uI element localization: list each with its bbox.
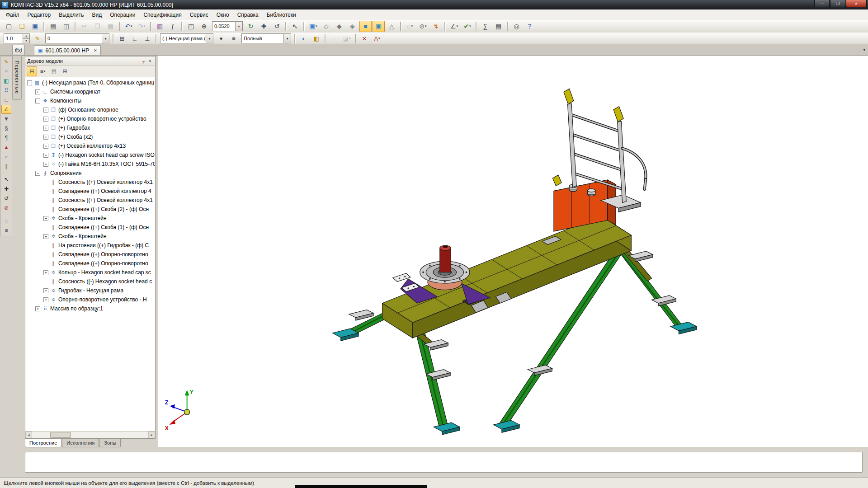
tab-list-chevron-icon[interactable]	[863, 47, 865, 52]
spatial-curves-tool[interactable]: ≈	[1, 67, 11, 76]
tree-horizontal-scrollbar[interactable]	[25, 431, 155, 438]
help-button[interactable]: ?	[524, 21, 536, 32]
hidden-lines-thin-button[interactable]: ◈	[346, 21, 359, 32]
tree-item[interactable]: ∥Соосность ((+) Осевой коллектор 4x1	[25, 178, 155, 187]
tree-item[interactable]: +✲Скоба - Кронштейн	[25, 232, 155, 241]
hide-tool[interactable]: ◌	[1, 216, 11, 225]
tree-item[interactable]: +○(-) Гайка М16-6Н.10.35Х ГОСТ 5915-70	[25, 160, 155, 169]
tree-item[interactable]: ∥Совпадение ((+) Скоба (2) - (ф) Осн	[25, 205, 155, 214]
exclude-button[interactable]: ✕	[359, 33, 370, 44]
current-part-combo[interactable]: (-) Несущая рама (Т▾	[160, 33, 213, 43]
filters-tool[interactable]: ▼	[1, 114, 11, 123]
tree-expander-icon[interactable]: +	[43, 162, 48, 167]
menu-service[interactable]: Сервис	[186, 9, 212, 20]
tree-item[interactable]: +✲Кольцо - Hexagon socket head cap sc	[25, 268, 155, 277]
perspective-button[interactable]: △	[386, 21, 398, 32]
model-feet[interactable]	[332, 322, 696, 435]
tree-tab-versions[interactable]: Исполнения	[62, 439, 99, 447]
scroll-track[interactable]	[32, 432, 148, 438]
tree-item[interactable]: −∮Сопряжения	[25, 169, 155, 178]
part-list-button[interactable]: ▾	[215, 33, 227, 44]
tree-tab-construction[interactable]: Построение	[25, 439, 61, 447]
tree-expander-icon[interactable]: +	[43, 108, 48, 113]
surfaces-tool[interactable]: ◧	[1, 76, 11, 85]
model-canvas[interactable]: Y X Z	[158, 56, 868, 447]
zoom-in-out-button[interactable]: ⊕	[198, 21, 210, 32]
hide-all-aux-button[interactable]: ⊘▾	[417, 21, 429, 32]
dropdown-arrow-icon[interactable]: ▾	[102, 34, 109, 43]
display-mode-combo[interactable]: Полный▾	[241, 33, 291, 43]
tree-expander-icon[interactable]: −	[35, 171, 40, 176]
edit-assembly-tool[interactable]: ✎	[1, 57, 11, 66]
filter-button[interactable]: ≡	[228, 33, 240, 44]
tree-expander-icon[interactable]: +	[43, 270, 48, 275]
tree-display-button[interactable]: ≡▾	[38, 66, 48, 76]
menu-libraries[interactable]: Библиотеки	[263, 9, 300, 20]
print-preview-button[interactable]: ◫	[60, 21, 72, 32]
menu-window[interactable]: Окно	[212, 9, 233, 20]
menu-view[interactable]: Вид	[88, 9, 106, 20]
minimize-button[interactable]	[814, 0, 830, 7]
tree-item[interactable]: +∟Системы координат	[25, 87, 155, 96]
tree-item[interactable]: ∥На расстоянии ((+) Гидробак - (ф) С	[25, 241, 155, 250]
design-elements-tool[interactable]: ▲	[1, 143, 11, 152]
variables-panel-tab[interactable]: Переменные	[12, 56, 22, 100]
tree-item[interactable]: ∥Совпадение ((+) Скоба (1) - (ф) Осн	[25, 223, 155, 232]
spin-up-icon[interactable]: ▴	[23, 34, 29, 39]
tree-item[interactable]: −❖Компоненты	[25, 96, 155, 105]
tree-item[interactable]: +⠿Массив по образцу:1	[25, 304, 155, 313]
menu-select[interactable]: Выделить	[55, 9, 88, 20]
tree-item[interactable]: +✲Гидробак - Несущая рама	[25, 286, 155, 295]
tree-expander-icon[interactable]: −	[35, 99, 40, 103]
document-tab[interactable]: ▣ 601.05.00.000 НР	[34, 45, 101, 55]
tree-item[interactable]: +❒(+) Гидробак	[25, 123, 155, 132]
cursor-step-combo[interactable]: 1.0▴▾	[4, 33, 30, 43]
properties-tool[interactable]: ≡	[1, 226, 11, 235]
tree-item[interactable]: ∥Совпадение ((+) Опорно-поворотно	[25, 259, 155, 268]
tree-item[interactable]: ∥Совпадение ((+) Опорно-поворотно	[25, 250, 155, 259]
grid-button[interactable]: ⊞	[116, 33, 128, 44]
mass-properties-button[interactable]: ∑	[479, 21, 491, 32]
spin-down-icon[interactable]: ▾	[23, 39, 29, 43]
rebuild-button[interactable]: ↯	[430, 21, 442, 32]
pin-icon[interactable]	[141, 58, 147, 64]
check-collisions-button[interactable]: ✔▾	[461, 21, 473, 32]
spinner-buttons[interactable]: ▴▾	[23, 34, 29, 43]
dropdown-arrow-icon[interactable]: ▾	[235, 22, 242, 31]
report-button[interactable]: ▤	[492, 21, 505, 32]
current-scale-combo[interactable]: 0.0520▾	[212, 21, 243, 31]
no-hidden-lines-button[interactable]: ◆	[333, 21, 345, 32]
scroll-right-icon[interactable]	[148, 432, 155, 438]
tree-expander-icon[interactable]: +	[43, 126, 48, 131]
menu-help[interactable]: Справка	[233, 9, 263, 20]
paste-button[interactable]: ▦	[104, 21, 117, 32]
open-document-button[interactable]: ❏	[16, 21, 28, 32]
orientation-button[interactable]: ▣▾	[307, 21, 319, 32]
highlight-mates-button[interactable]: ◧	[311, 33, 322, 44]
simplifications-button[interactable]: ◌▾	[404, 21, 416, 32]
tree-expander-icon[interactable]: +	[43, 216, 48, 221]
dropdown-arrow-icon[interactable]: ▾	[206, 34, 213, 43]
tree-expander-icon[interactable]: +	[43, 135, 48, 140]
tree-expander-icon[interactable]: +	[43, 297, 48, 302]
sheet-metal-tool[interactable]: ⌐	[1, 152, 11, 161]
relations-button[interactable]: ⊞	[60, 66, 70, 76]
selection-tool[interactable]: ↖	[1, 175, 11, 184]
specification-tool[interactable]: §	[1, 124, 11, 133]
macros-button[interactable]: ◎	[510, 21, 523, 32]
pointer-help-button[interactable]: ↖	[289, 21, 301, 32]
current-layer-combo[interactable]: 0▾	[45, 33, 109, 43]
annotation-button[interactable]: А▾	[371, 33, 383, 44]
tree-item[interactable]: +❒(+) Скоба (x2)	[25, 132, 155, 141]
menu-editor[interactable]: Редактор	[24, 9, 55, 20]
measurements-tool[interactable]: ∠	[1, 105, 11, 114]
tree-item[interactable]: −▦(-) Несущая рама (Тел-0, Сборочных еди…	[25, 78, 155, 87]
tree-item[interactable]: ∥Соосность ((+) Осевой коллектор 4x1	[25, 196, 155, 205]
tree-item[interactable]: ∥Совпадение ((+) Осевой коллектор 4	[25, 187, 155, 196]
scroll-left-icon[interactable]	[25, 432, 32, 438]
tree-expander-icon[interactable]: +	[43, 144, 48, 149]
model-frame-deck[interactable]	[382, 216, 632, 338]
redo-button[interactable]: ↷▾	[136, 21, 148, 32]
arrays-tool[interactable]: ⠿	[1, 86, 11, 95]
undo-button[interactable]: ↶▾	[123, 21, 135, 32]
